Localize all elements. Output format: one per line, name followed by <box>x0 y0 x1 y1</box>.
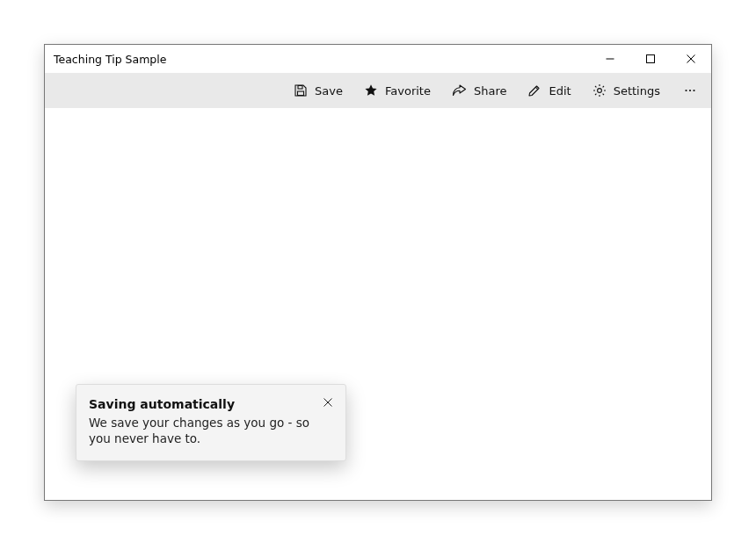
svg-line-15 <box>595 94 596 95</box>
close-icon <box>323 398 332 407</box>
svg-point-17 <box>689 90 691 91</box>
close-button[interactable] <box>671 45 711 73</box>
svg-point-18 <box>693 90 694 91</box>
share-button[interactable]: Share <box>443 75 516 106</box>
share-icon <box>452 83 467 98</box>
minimize-button[interactable] <box>590 45 630 73</box>
svg-point-16 <box>685 90 687 91</box>
svg-line-14 <box>602 86 603 87</box>
star-icon <box>364 83 378 98</box>
svg-point-7 <box>597 89 601 93</box>
window-controls <box>590 45 711 73</box>
more-button[interactable] <box>672 75 708 106</box>
teaching-tip-title: Saving automatically <box>89 397 333 411</box>
teaching-tip: Saving automatically We save your change… <box>76 384 346 461</box>
favorite-label: Favorite <box>385 84 431 98</box>
save-button[interactable]: Save <box>285 75 352 106</box>
edit-label: Edit <box>549 84 571 98</box>
edit-icon <box>527 83 542 98</box>
teaching-tip-body: We save your changes as you go - so you … <box>89 415 333 446</box>
svg-rect-4 <box>298 91 304 96</box>
more-icon <box>683 83 697 98</box>
minimize-icon <box>606 54 614 63</box>
settings-button[interactable]: Settings <box>584 75 669 106</box>
svg-line-13 <box>602 94 603 95</box>
svg-rect-5 <box>298 86 302 90</box>
share-label: Share <box>474 84 507 98</box>
favorite-button[interactable]: Favorite <box>355 75 440 106</box>
edit-button[interactable]: Edit <box>519 75 579 106</box>
maximize-button[interactable] <box>630 45 671 73</box>
settings-label: Settings <box>614 84 660 98</box>
close-icon <box>687 54 695 63</box>
command-bar: Save Favorite Share <box>45 73 711 108</box>
teaching-tip-close-button[interactable] <box>317 392 338 413</box>
svg-rect-1 <box>647 55 655 63</box>
save-icon <box>294 83 308 98</box>
save-label: Save <box>315 84 343 98</box>
titlebar: Teaching Tip Sample <box>45 45 711 73</box>
maximize-icon <box>646 54 655 63</box>
gear-icon <box>592 83 607 98</box>
window-title: Teaching Tip Sample <box>54 53 166 66</box>
svg-line-12 <box>595 86 596 87</box>
